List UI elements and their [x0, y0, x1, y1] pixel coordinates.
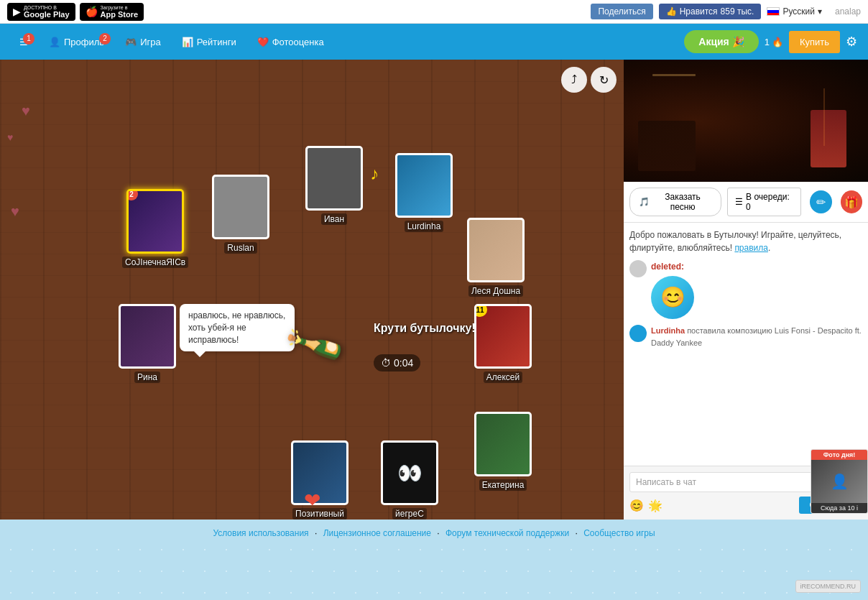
nav-game[interactable]: 🎮 Игра: [116, 31, 170, 53]
photo-rating-label: Фотооценка: [272, 37, 324, 47]
player-avatar: [212, 175, 269, 239]
nav-menu[interactable]: ☰ 1: [11, 31, 37, 53]
video-light: [823, 88, 825, 146]
game-icon: 🎮: [125, 37, 137, 47]
order-song-button[interactable]: 🎵 Заказать песню: [629, 188, 721, 216]
list-icon: ☰: [735, 197, 743, 207]
party-icon: 🎉: [732, 36, 744, 47]
google-play-button[interactable]: ▶ ДОСТУПНО В Google Play: [7, 3, 75, 21]
player-name: Алексей: [484, 371, 522, 383]
coin-count: 1: [765, 37, 770, 47]
chat-welcome-message: Добро пожаловать в Бутылочку! Играйте, ц…: [629, 229, 862, 254]
player-avatar: 2: [126, 189, 184, 254]
player-card[interactable]: Ruslan: [212, 175, 269, 254]
footer-separator: ·: [315, 528, 317, 538]
player-card[interactable]: Иван: [305, 146, 363, 225]
game-controls: ⤴ ↻: [561, 67, 617, 93]
player-card[interactable]: 11 Алексей: [474, 304, 532, 383]
nav-profile[interactable]: 👤 Профиль 2: [40, 31, 113, 53]
refresh-button[interactable]: ↻: [591, 67, 617, 93]
player-name: Ruslan: [224, 242, 257, 254]
coin-display: 1 🔥: [765, 37, 783, 47]
footer-link-terms[interactable]: Условия использования: [213, 528, 308, 538]
video-scene: [624, 60, 868, 182]
username-display: analap: [835, 6, 861, 17]
profile-label: Профиль: [64, 37, 104, 47]
player-badge: 11: [474, 304, 487, 317]
footer-link-support[interactable]: Форум технической поддержки: [445, 528, 569, 538]
google-play-sublabel: ДОСТУПНО В: [24, 5, 70, 10]
player-avatar: 👀: [381, 440, 438, 505]
settings-icon[interactable]: ⚙: [846, 34, 857, 50]
game-label: Игра: [140, 37, 161, 47]
heart-decoration: ♥: [11, 203, 19, 220]
chat-area: Добро пожаловать в Бутылочку! Играйте, ц…: [624, 223, 868, 466]
player-card[interactable]: Lurdinha: [395, 153, 453, 232]
player-name: йегреС: [392, 508, 427, 520]
buy-button[interactable]: Купить: [789, 31, 840, 53]
emoji-button[interactable]: 😊: [629, 499, 644, 512]
player-card[interactable]: Леся Дошна: [467, 218, 525, 297]
top-bar-right: Поделиться 👍 Нравится 859 тыс. Русский ▾…: [591, 4, 861, 19]
player-card[interactable]: 👀 йегреС: [381, 440, 438, 520]
share-button[interactable]: Поделиться: [591, 4, 652, 19]
like-button[interactable]: 👍 Нравится 859 тыс.: [659, 4, 762, 19]
google-play-label: Google Play: [24, 10, 70, 19]
footer-link-community[interactable]: Сообщество игры: [583, 528, 655, 538]
app-store-sublabel: Загрузите в: [101, 5, 139, 10]
app-store-label: App Store: [101, 10, 139, 19]
player-name: Екатерина: [479, 479, 527, 491]
gift-button[interactable]: 🎁: [841, 190, 862, 213]
photo-rating-icon: ❤️: [257, 37, 269, 47]
nav-photo-rating[interactable]: ❤️ Фотооценка: [249, 31, 333, 53]
action-label: Акция: [698, 36, 729, 47]
sticker-button[interactable]: 🌟: [648, 499, 662, 512]
flag-icon: [767, 7, 780, 16]
timer-value: 0:04: [394, 357, 413, 369]
top-bar: ▶ ДОСТУПНО В Google Play 🍎 Загрузите в A…: [0, 0, 868, 24]
speech-bubble: нравлюсь, не нравлюсь, хоть убей-я не ис…: [180, 304, 295, 351]
player-card[interactable]: Екатерина: [474, 412, 532, 491]
profile-badge: 2: [99, 33, 111, 45]
chat-notification: Lurdinha поставила композицию Luis Fonsi…: [629, 325, 862, 349]
photo-of-day[interactable]: Фото дня! 👤 Сюда за 10 i: [811, 449, 868, 514]
user-avatar: [629, 260, 647, 277]
video-light: [652, 74, 696, 76]
clock-icon: ⏱: [381, 357, 391, 369]
video-area: [624, 60, 868, 182]
player-name: СоJIнечнаЯIСв: [122, 257, 188, 268]
nav-right-section: Акция 🎉 1 🔥 Купить ⚙: [684, 30, 857, 53]
player-badge: 2: [126, 189, 138, 200]
player-name: Lurdinha: [405, 221, 444, 232]
bottom-heart-icon: ❤: [304, 489, 320, 512]
rules-link[interactable]: правила: [734, 243, 768, 253]
player-card[interactable]: Рина: [119, 304, 176, 383]
chat-username[interactable]: deleted:: [651, 262, 684, 272]
photo-day-image: 👤: [811, 460, 867, 503]
player-avatar: [119, 304, 176, 369]
chat-input-area: Написать в чат 😊 🌟 Отправить Фото дня! 👤…: [624, 466, 868, 520]
footer-link-license[interactable]: Лицензионное соглашение: [323, 528, 431, 538]
music-controls: 🎵 Заказать песню ☰ В очереди: 0 ✏ 🎁: [624, 182, 868, 223]
share-game-button[interactable]: ⤴: [561, 67, 587, 93]
notification-avatar: [629, 325, 647, 342]
player-card[interactable]: 2 СоJIнечнаЯIСв: [122, 189, 188, 268]
main-content: ♥ ♥ ♥ ⤴ ↻ 2 СоJIнечнаЯIСв Ruslan Иван ♪: [0, 60, 868, 520]
music-note-icon: ♪: [370, 164, 379, 184]
spin-text: Крути бутылочку!: [374, 322, 476, 335]
nav-ratings[interactable]: 📊 Рейтинги: [173, 31, 245, 53]
action-button[interactable]: Акция 🎉: [684, 30, 758, 53]
notification-user[interactable]: Lurdinha: [651, 326, 685, 335]
game-area: ♥ ♥ ♥ ⤴ ↻ 2 СоJIнечнаЯIСв Ruslan Иван ♪: [0, 60, 624, 520]
video-figure: [811, 110, 846, 167]
order-song-label: Заказать песню: [653, 192, 712, 212]
heart-decoration: ♥: [22, 103, 30, 119]
edit-button[interactable]: ✏: [810, 190, 831, 213]
like-label: Нравится: [680, 6, 718, 17]
like-count: 859 тыс.: [721, 6, 754, 17]
menu-badge: 1: [23, 33, 34, 45]
apple-icon: 🍎: [86, 6, 98, 17]
app-store-button[interactable]: 🍎 Загрузите в App Store: [80, 3, 144, 21]
language-selector[interactable]: Русский ▾: [767, 6, 822, 17]
footer-separator: ·: [576, 528, 578, 538]
